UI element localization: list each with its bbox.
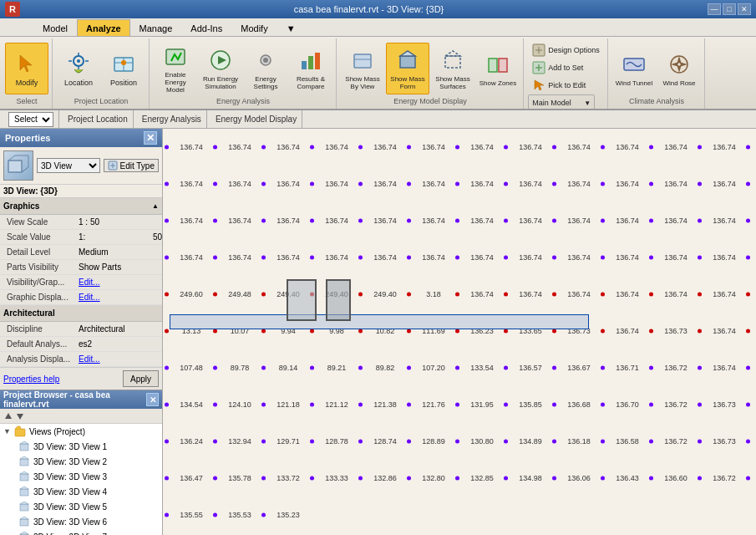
energy-settings-button[interactable]: Energy Settings: [244, 43, 287, 94]
graphics-section-header[interactable]: Graphics ▲: [0, 198, 162, 215]
grid-num-3-0: 136.74: [171, 253, 203, 262]
browser-item-3dview3[interactable]: 3D View: 3D View 3: [0, 469, 162, 484]
other-section-header[interactable]: Discipline Architectural: [0, 305, 162, 322]
grid-cell-2-6: 136.74: [454, 217, 502, 225]
select-dropdown[interactable]: Select: [8, 112, 53, 127]
browser-item-3dview7[interactable]: 3D View: 3D View 7: [0, 529, 162, 535]
grid-num-4-8: 136.74: [559, 290, 591, 298]
design-options-button[interactable]: Design Options: [528, 42, 604, 59]
browser-item-3dview5[interactable]: 3D View: 3D View 5: [0, 499, 162, 514]
grid-cell-2-2: 136.74: [260, 217, 308, 225]
grid-num-8-2: 129.71: [268, 437, 300, 446]
grid-cell-10-1: 135.53: [211, 511, 260, 519]
show-mass-form-button[interactable]: Show Mass Form: [386, 43, 429, 94]
grid-num-6-10: 136.72: [656, 364, 688, 372]
3dview1-icon: [18, 441, 30, 452]
apply-button[interactable]: Apply: [123, 370, 159, 387]
grid-row-10: 135.55135.53135.23: [163, 497, 756, 533]
browser-scroll-down[interactable]: [15, 411, 25, 421]
grid-cell-0-11: 136.74: [696, 143, 744, 151]
svg-marker-51: [17, 414, 23, 420]
modify-button[interactable]: Modify: [5, 43, 48, 94]
show-mass-form-icon: [394, 47, 421, 74]
tab-analyze[interactable]: Analyze: [77, 19, 130, 36]
grid-row-0: 136.74136.74136.74136.74136.74136.74136.…: [163, 129, 756, 166]
wind-tunnel-button[interactable]: Wind Tunnel: [612, 43, 656, 94]
show-mass-surfaces-button[interactable]: Show Mass Surfaces: [431, 43, 474, 94]
grid-cell-6-8: 136.67: [551, 364, 599, 372]
grid-num-3-2: 136.74: [268, 253, 300, 262]
minimize-button[interactable]: —: [708, 3, 721, 15]
grid-cell-6-5: 107.20: [405, 364, 454, 372]
select-group-label: Select: [16, 97, 37, 107]
grid-cell-7-11: 136.73: [696, 400, 744, 409]
grid-cell-4-7: 136.74: [502, 290, 551, 298]
position-icon: [110, 50, 137, 77]
grid-num-2-10: 136.74: [656, 217, 688, 225]
grid-cell-7-7: 135.85: [502, 400, 551, 409]
parts-visibility-row: Parts Visibility Show Parts: [0, 260, 162, 275]
grid-canvas: 136.74136.74136.74136.74136.74136.74136.…: [163, 129, 756, 535]
energy-analysis-label: Energy Analysis: [142, 115, 201, 124]
default-analysis-value: es2: [75, 339, 162, 349]
location-group-label: Project Location: [74, 97, 129, 107]
scale-value-value: 1:: [75, 232, 153, 242]
svg-rect-59: [20, 489, 28, 496]
grid-num-7-12: 136.74: [753, 400, 756, 409]
run-energy-button[interactable]: Run Energy Simulation: [199, 43, 242, 94]
pick-to-edit-button[interactable]: Pick to Edit: [528, 77, 590, 94]
main-model-button[interactable]: Main Model ▼: [528, 94, 595, 110]
add-to-set-button[interactable]: Add to Set: [528, 59, 587, 76]
analysis-display-edit[interactable]: Edit...: [75, 354, 162, 364]
maximize-button[interactable]: □: [723, 3, 736, 15]
grid-num-9-5: 132.80: [414, 474, 445, 482]
tab-more[interactable]: ▼: [277, 19, 305, 36]
enable-energy-button[interactable]: Enable Energy Model: [154, 43, 197, 94]
browser-item-3dview6[interactable]: 3D View: 3D View 6: [0, 514, 162, 529]
project-location-label: Project Location: [68, 115, 128, 124]
3dview7-icon: [18, 531, 30, 535]
ribbon-group-items-climate: Wind Tunnel Wind Rose: [612, 40, 701, 97]
browser-close-button[interactable]: ✕: [146, 393, 159, 406]
views-label: Views (Project): [29, 427, 85, 436]
grid-cell-4-11: 136.74: [696, 290, 744, 298]
default-analysis-row: Default Analys... es2: [0, 337, 162, 352]
properties-close-button[interactable]: ✕: [144, 131, 157, 145]
tab-modify[interactable]: Modify: [231, 19, 277, 36]
wind-rose-button[interactable]: Wind Rose: [657, 43, 701, 94]
grid-num-7-10: 136.72: [656, 400, 688, 409]
results-compare-button[interactable]: Results & Compare: [289, 43, 332, 94]
graphic-display-edit[interactable]: Edit...: [75, 293, 162, 302]
svg-rect-19: [308, 56, 313, 69]
tab-addins[interactable]: Add-Ins: [181, 19, 231, 36]
grid-cell-8-4: 128.74: [357, 437, 405, 446]
grid-num-6-9: 136.71: [607, 364, 639, 372]
show-mass-view-button[interactable]: Show Mass By View: [341, 43, 384, 94]
browser-scroll-up[interactable]: [3, 411, 13, 421]
analysis-display-row: Analysis Displa... Edit...: [0, 352, 162, 367]
grid-num-1-7: 136.74: [510, 180, 542, 188]
position-button[interactable]: Position: [102, 43, 145, 94]
properties-help-link[interactable]: Properties help: [3, 374, 59, 384]
edit-type-button[interactable]: Edit Type: [104, 159, 159, 172]
browser-item-3dview2[interactable]: 3D View: 3D View 2: [0, 454, 162, 469]
grid-cell-1-1: 136.74: [211, 180, 260, 188]
parts-visibility-label: Parts Visibility: [0, 262, 75, 272]
grid-num-7-0: 134.54: [171, 400, 203, 409]
grid-cell-7-3: 121.12: [308, 400, 357, 409]
browser-item-3dview1[interactable]: 3D View: 3D View 1: [0, 439, 162, 454]
grid-num-8-0: 136.24: [171, 437, 203, 446]
show-zones-button[interactable]: Show Zones: [476, 43, 520, 94]
properties-panel: Properties ✕ 3D View: [0, 129, 162, 390]
view-icon: [3, 150, 33, 181]
view-type-dropdown[interactable]: 3D View: [37, 158, 100, 173]
tab-manage[interactable]: Manage: [130, 19, 182, 36]
browser-item-views[interactable]: ▼ Views (Project): [0, 424, 162, 439]
viewport[interactable]: 136.74136.74136.74136.74136.74136.74136.…: [163, 129, 756, 535]
browser-item-3dview4[interactable]: 3D View: 3D View 4: [0, 484, 162, 499]
close-button[interactable]: ✕: [738, 3, 751, 15]
location-button[interactable]: Location: [57, 43, 100, 94]
tab-model[interactable]: Model: [33, 19, 77, 36]
grid-cell-5-9: 136.74: [599, 327, 647, 335]
visibility-graph-edit[interactable]: Edit...: [75, 278, 162, 287]
